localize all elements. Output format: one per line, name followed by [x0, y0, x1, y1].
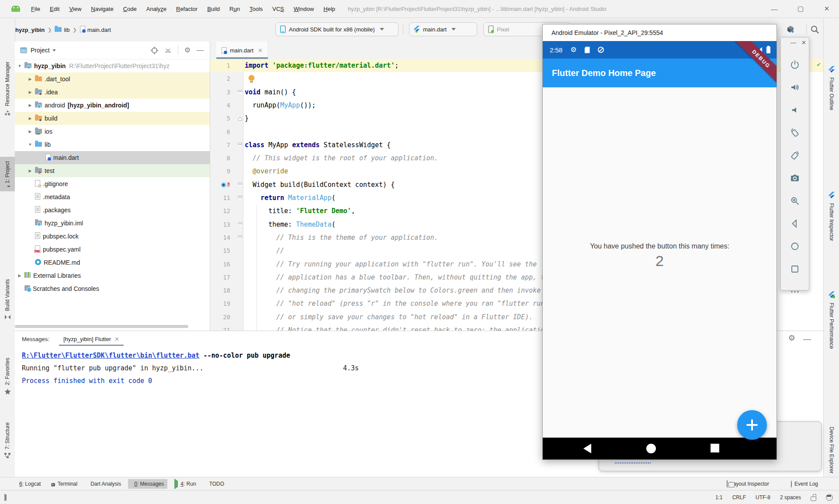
overview-icon[interactable]	[711, 444, 719, 452]
hector-icon[interactable]	[826, 494, 833, 501]
emulator-back-icon[interactable]	[790, 218, 800, 230]
window-restore-button[interactable]: ▢	[788, 0, 813, 17]
tree-item-.packages[interactable]: .packages	[15, 204, 210, 217]
stripe-tab-2-favorites[interactable]: 2: Favorites	[0, 358, 15, 396]
tree-item-hyzp_yibin[interactable]: ▼hyzp_yibinR:\FlutterProject\FlutterProj…	[15, 59, 210, 72]
tool-window-button-4-run[interactable]: 4: Run	[171, 479, 199, 489]
hide-icon[interactable]: —	[197, 46, 204, 54]
menu-item-code[interactable]: Code	[118, 4, 142, 14]
fold-marker-icon[interactable]	[238, 222, 242, 227]
collapse-all-icon[interactable]	[164, 47, 172, 54]
emulator-volume-up-icon[interactable]	[790, 82, 800, 94]
breadcrumb-item-main.dart[interactable]: main.dart	[80, 26, 111, 34]
tree-item-main.dart[interactable]: main.dart	[15, 151, 210, 164]
back-icon[interactable]	[583, 444, 591, 453]
fold-marker-icon[interactable]	[238, 235, 242, 240]
tree-item-android[interactable]: ▶android[hyzp_yibin_android]	[15, 99, 210, 112]
stripe-tab-build-variants[interactable]: Build Variants	[0, 279, 15, 321]
tool-window-button-0-messages[interactable]: 0: Messages	[128, 479, 167, 489]
chevron-right-icon[interactable]: ▶	[28, 103, 32, 107]
emulator-volume-down-icon[interactable]	[790, 105, 800, 117]
emulator-zoom-icon[interactable]	[790, 196, 800, 207]
tree-item-.gitignore[interactable]: .gitignore	[15, 177, 210, 190]
stripe-tab-7-structure[interactable]: 7: Structure	[0, 422, 15, 459]
tree-item-lib[interactable]: ▼lib	[15, 138, 210, 151]
device-selector-dropdown[interactable]: Android SDK built for x86 (mobile)	[275, 22, 399, 36]
settings-icon[interactable]: ⚙	[788, 335, 795, 344]
tool-window-button-terminal[interactable]: >_Terminal	[48, 479, 81, 489]
tool-window-switcher-icon[interactable]	[4, 494, 5, 501]
emulator-power-icon[interactable]	[790, 59, 800, 71]
stripe-tab-flutter-performance[interactable]: Flutter Performance	[824, 291, 839, 349]
settings-icon[interactable]: ⚙	[184, 47, 191, 54]
unlocked-icon[interactable]	[811, 497, 816, 501]
chevron-down-icon[interactable]: ▼	[28, 142, 32, 147]
emulator-overview-icon[interactable]	[790, 264, 800, 276]
tree-item-readme.md[interactable]: README.md	[15, 256, 210, 269]
emulator-rotate-left-icon[interactable]	[790, 128, 800, 139]
run-configuration-dropdown[interactable]: main.dart	[409, 22, 477, 36]
horizontal-scrollbar[interactable]	[15, 325, 188, 328]
line-ending[interactable]: CRLF	[732, 494, 746, 501]
menu-item-window[interactable]: Window	[289, 4, 319, 14]
emulator-screen[interactable]: 2:58 ⚙ Flutter Demo Home Page DEBUG You …	[543, 41, 777, 459]
emulator-screenshot-icon[interactable]	[790, 173, 800, 185]
chevron-right-icon[interactable]: ▶	[28, 90, 32, 94]
fold-marker-icon[interactable]	[238, 90, 242, 94]
tree-item-pubspec.yaml[interactable]: pubspec.yaml	[15, 243, 210, 256]
menu-item-vcs[interactable]: VCS	[267, 4, 289, 14]
stripe-tab-resource-manager[interactable]: Resource Manager	[0, 62, 15, 117]
close-icon[interactable]: ✕	[114, 336, 119, 342]
emulator-more-icon[interactable]	[790, 287, 800, 298]
tree-item-scratches-and-consoles[interactable]: Scratches and Consoles	[15, 282, 210, 295]
editor-tab-main-dart[interactable]: main.dart ✕	[216, 41, 268, 59]
fold-marker-icon[interactable]	[238, 116, 242, 121]
chevron-right-icon[interactable]: ▶	[28, 77, 32, 81]
menu-item-tools[interactable]: Tools	[245, 4, 267, 14]
menu-item-edit[interactable]: Edit	[45, 4, 64, 14]
window-minimize-button[interactable]: —	[762, 0, 787, 17]
stripe-tab-device-file-explorer[interactable]: Device File Explorer	[824, 424, 839, 473]
tool-window-button-layout-inspector[interactable]: Layout Inspector	[723, 479, 773, 489]
menu-item-navigate[interactable]: Navigate	[86, 4, 118, 14]
emulator-title-bar[interactable]: Android Emulator - Pixel_2_API_29:5554	[543, 24, 777, 41]
chevron-right-icon[interactable]: ▶	[28, 129, 32, 134]
fold-marker-icon[interactable]	[238, 183, 242, 187]
stripe-tab-1-project[interactable]: 1: Project	[0, 157, 15, 191]
chevron-right-icon[interactable]: ▶	[28, 116, 32, 121]
console-link[interactable]: R:\Flutter\FlutterSDK\flutter\bin\flutte…	[22, 352, 199, 359]
tree-item-.dart_tool[interactable]: ▶.dart_tool	[15, 72, 210, 86]
chevron-down-icon[interactable]: ▼	[17, 64, 22, 68]
tree-item-external-libraries[interactable]: ▶External Libraries	[15, 269, 210, 282]
tree-item-pubspec.lock[interactable]: pubspec.lock	[15, 230, 210, 243]
sdk-manager-icon[interactable]	[785, 24, 796, 35]
menu-item-file[interactable]: File	[26, 4, 45, 14]
tree-item-build[interactable]: ▶build	[15, 112, 210, 125]
tree-item-test[interactable]: ▶test	[15, 164, 210, 177]
menu-item-run[interactable]: Run	[225, 4, 245, 14]
increment-fab-button[interactable]	[737, 410, 767, 440]
chevron-right-icon[interactable]: ▶	[17, 273, 22, 278]
tree-item-ios[interactable]: ▶ios	[15, 125, 210, 138]
locate-icon[interactable]	[151, 47, 158, 54]
tree-item-.metadata[interactable]: .metadata	[15, 190, 210, 204]
emulator-rotate-right-icon[interactable]	[790, 150, 800, 162]
inspection-ok-icon[interactable]: ✔	[817, 61, 821, 68]
project-panel-title[interactable]: Project	[31, 47, 50, 54]
file-encoding[interactable]: UTF-8	[756, 494, 770, 501]
intention-bulb-icon[interactable]	[249, 75, 254, 81]
window-close-button[interactable]: ✕	[815, 0, 839, 17]
menu-item-build[interactable]: Build	[202, 4, 225, 14]
emulator-home-icon[interactable]	[790, 241, 800, 253]
menu-item-refactor[interactable]: Refactor	[171, 4, 202, 14]
close-icon[interactable]: ✕	[801, 39, 806, 46]
tool-window-button-dart-analysis[interactable]: Dart Analysis	[84, 479, 125, 489]
messages-tab[interactable]: [hyzp_yibin] Flutter ✕	[59, 333, 124, 345]
stripe-tab-flutter-outline[interactable]: Flutter Outline	[824, 66, 839, 110]
tool-window-button-todo[interactable]: TODO	[203, 479, 228, 489]
caret-position[interactable]: 1:1	[715, 494, 723, 501]
indent-setting[interactable]: 2 spaces	[780, 494, 801, 501]
menu-item-help[interactable]: Help	[319, 4, 340, 14]
tree-item-.idea[interactable]: ▶.idea	[15, 86, 210, 99]
menu-item-view[interactable]: View	[64, 4, 86, 14]
